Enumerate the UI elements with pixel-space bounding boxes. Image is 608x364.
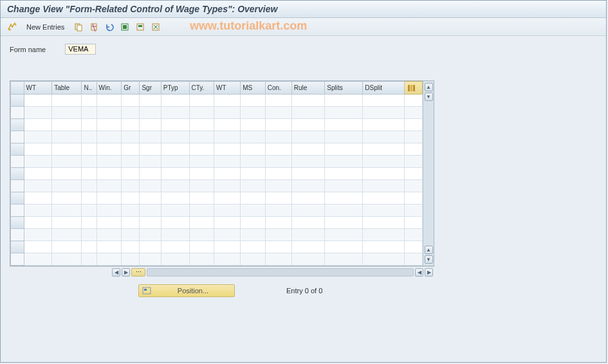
row-selector[interactable] xyxy=(11,168,24,180)
table-cell[interactable] xyxy=(404,217,422,229)
table-cell[interactable] xyxy=(24,95,52,107)
table-cell[interactable] xyxy=(161,168,189,180)
table-cell[interactable] xyxy=(363,107,404,119)
table-cell[interactable] xyxy=(404,192,422,205)
table-cell[interactable] xyxy=(363,119,404,131)
hscroll-track[interactable] xyxy=(147,268,414,277)
table-cell[interactable] xyxy=(214,131,241,143)
table-cell[interactable] xyxy=(325,192,363,205)
table-cell[interactable] xyxy=(122,95,140,107)
select-all-icon[interactable] xyxy=(118,21,131,33)
scroll-down-icon[interactable]: ▼ xyxy=(425,93,433,101)
table-cell[interactable] xyxy=(52,156,82,168)
table-cell[interactable] xyxy=(82,119,97,131)
table-cell[interactable] xyxy=(404,156,422,168)
table-cell[interactable] xyxy=(363,95,404,107)
table-cell[interactable] xyxy=(97,253,122,266)
table-cell[interactable] xyxy=(24,217,52,229)
table-cell[interactable] xyxy=(82,131,97,143)
table-cell[interactable] xyxy=(214,180,241,192)
table-cell[interactable] xyxy=(189,241,214,253)
table-cell[interactable] xyxy=(161,192,189,205)
table-cell[interactable] xyxy=(291,229,324,241)
table-cell[interactable] xyxy=(82,156,97,168)
scroll-up-icon[interactable]: ▲ xyxy=(425,83,433,91)
col-dsplit[interactable]: DSplit xyxy=(363,82,404,95)
table-cell[interactable] xyxy=(265,143,291,156)
table-cell[interactable] xyxy=(122,168,140,180)
position-button[interactable]: Position... xyxy=(138,284,235,297)
table-cell[interactable] xyxy=(82,229,97,241)
table-cell[interactable] xyxy=(97,241,122,253)
table-cell[interactable] xyxy=(140,253,161,266)
select-block-icon[interactable] xyxy=(134,21,147,33)
table-cell[interactable] xyxy=(82,241,97,253)
table-cell[interactable] xyxy=(161,180,189,192)
table-cell[interactable] xyxy=(24,168,52,180)
table-cell[interactable] xyxy=(97,217,122,229)
table-cell[interactable] xyxy=(241,107,266,119)
row-selector[interactable] xyxy=(11,119,24,131)
table-cell[interactable] xyxy=(24,229,52,241)
row-selector[interactable] xyxy=(11,205,24,217)
table-cell[interactable] xyxy=(82,192,97,205)
table-cell[interactable] xyxy=(291,205,324,217)
table-cell[interactable] xyxy=(140,156,161,168)
table-cell[interactable] xyxy=(189,131,214,143)
table-cell[interactable] xyxy=(404,107,422,119)
table-cell[interactable] xyxy=(291,131,324,143)
table-cell[interactable] xyxy=(24,143,52,156)
table-cell[interactable] xyxy=(24,192,52,205)
row-selector[interactable] xyxy=(11,180,24,192)
table-cell[interactable] xyxy=(363,180,404,192)
table-cell[interactable] xyxy=(265,119,291,131)
column-settings-icon[interactable] xyxy=(404,82,422,95)
row-selector[interactable] xyxy=(11,229,24,241)
table-cell[interactable] xyxy=(325,217,363,229)
table-cell[interactable] xyxy=(122,217,140,229)
table-cell[interactable] xyxy=(363,205,404,217)
table-cell[interactable] xyxy=(325,143,363,156)
col-n[interactable]: N.. xyxy=(82,82,97,95)
table-cell[interactable] xyxy=(325,241,363,253)
table-cell[interactable] xyxy=(24,131,52,143)
table-cell[interactable] xyxy=(265,229,291,241)
table-cell[interactable] xyxy=(241,253,266,266)
table-cell[interactable] xyxy=(363,217,404,229)
table-cell[interactable] xyxy=(189,143,214,156)
col-sgr[interactable]: Sgr xyxy=(140,82,161,95)
table-cell[interactable] xyxy=(161,107,189,119)
table-cell[interactable] xyxy=(291,168,324,180)
table-cell[interactable] xyxy=(241,131,266,143)
table-cell[interactable] xyxy=(140,131,161,143)
table-cell[interactable] xyxy=(122,180,140,192)
table-cell[interactable] xyxy=(214,192,241,205)
table-cell[interactable] xyxy=(52,229,82,241)
table-cell[interactable] xyxy=(140,241,161,253)
table-cell[interactable] xyxy=(24,156,52,168)
table-cell[interactable] xyxy=(189,180,214,192)
table-cell[interactable] xyxy=(97,119,122,131)
table-cell[interactable] xyxy=(241,168,266,180)
col-rule[interactable]: Rule xyxy=(291,82,324,95)
table-cell[interactable] xyxy=(363,229,404,241)
table-cell[interactable] xyxy=(161,143,189,156)
table-cell[interactable] xyxy=(265,131,291,143)
table-cell[interactable] xyxy=(325,131,363,143)
table-cell[interactable] xyxy=(265,192,291,205)
table-cell[interactable] xyxy=(97,156,122,168)
table-cell[interactable] xyxy=(52,95,82,107)
table-cell[interactable] xyxy=(52,205,82,217)
table-cell[interactable] xyxy=(265,253,291,266)
table-cell[interactable] xyxy=(291,241,324,253)
table-cell[interactable] xyxy=(404,205,422,217)
col-splits[interactable]: Splits xyxy=(325,82,363,95)
table-cell[interactable] xyxy=(404,253,422,266)
table-cell[interactable] xyxy=(52,143,82,156)
col-table[interactable]: Table xyxy=(52,82,82,95)
table-cell[interactable] xyxy=(325,107,363,119)
table-cell[interactable] xyxy=(265,95,291,107)
table-cell[interactable] xyxy=(97,205,122,217)
copy-icon[interactable] xyxy=(72,21,85,33)
col-cty[interactable]: CTy. xyxy=(189,82,214,95)
